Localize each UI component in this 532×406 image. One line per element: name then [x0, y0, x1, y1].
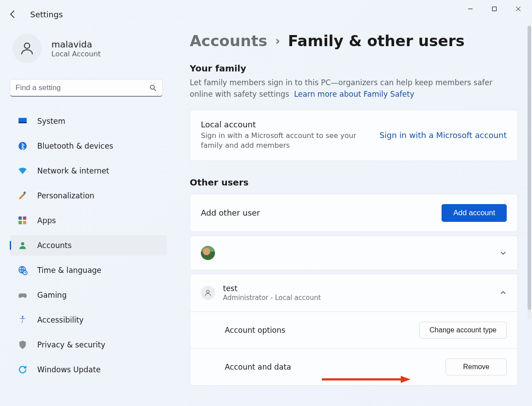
remove-button[interactable]: Remove [446, 359, 507, 375]
change-account-type-button[interactable]: Change account type [419, 322, 507, 339]
nav-item-network[interactable]: Network & internet [10, 161, 167, 181]
nav-item-time[interactable]: Time & language [10, 260, 167, 280]
app-title: Settings [30, 10, 63, 19]
nav-label: Windows Update [37, 365, 101, 374]
user-row-1: test Administrator - Local account Accou… [190, 274, 518, 386]
svg-line-6 [154, 89, 156, 91]
svg-rect-11 [19, 217, 22, 220]
nav-item-personalization[interactable]: Personalization [10, 185, 167, 206]
account-and-data-row: Account and data Remove [190, 348, 517, 385]
account-options-row: Account options Change account type [190, 311, 517, 348]
search-box[interactable] [10, 79, 163, 97]
bluetooth-icon [18, 141, 27, 151]
close-button[interactable] [508, 2, 528, 16]
user-name: test [223, 284, 321, 293]
user-account-type: Local Account [51, 50, 101, 58]
add-account-button[interactable]: Add account [442, 204, 507, 222]
search-icon [149, 84, 157, 92]
user-name: malavida [51, 39, 101, 50]
chevron-right-icon: › [275, 34, 280, 47]
nav-item-update[interactable]: Windows Update [10, 359, 167, 380]
svg-point-5 [150, 85, 154, 89]
breadcrumb: Accounts › Family & other users [190, 32, 518, 50]
nav-item-accessibility[interactable]: Accessibility [10, 310, 167, 330]
brush-icon [18, 191, 27, 201]
card-title: Local account [201, 120, 378, 129]
family-signin-card: Local account Sign in with a Microsoft a… [190, 110, 518, 161]
search-input[interactable] [16, 83, 149, 92]
svg-rect-14 [23, 221, 26, 224]
svg-point-18 [22, 316, 23, 318]
accessibility-icon [18, 315, 27, 325]
update-icon [18, 365, 27, 374]
nav-label: Personalization [37, 191, 94, 200]
current-user[interactable]: malavida Local Account [10, 31, 167, 71]
nav-label: System [37, 117, 65, 126]
nav-label: Network & internet [37, 166, 109, 175]
scrollbar[interactable] [528, 26, 531, 319]
maximize-button[interactable] [484, 2, 505, 16]
nav-item-gaming[interactable]: Gaming [10, 285, 167, 305]
person-icon [18, 240, 27, 250]
shield-icon [18, 340, 27, 350]
app-header: Settings [8, 9, 63, 20]
svg-point-19 [207, 290, 209, 293]
nav-item-bluetooth[interactable]: Bluetooth & devices [10, 136, 167, 156]
add-other-user-row: Add other user Add account [190, 194, 518, 232]
user-row-0[interactable] [190, 236, 518, 270]
svg-rect-13 [19, 221, 22, 224]
section-other-users: Other users [190, 177, 518, 188]
section-your-family-desc: Let family members sign in to this PC—or… [190, 77, 509, 100]
svg-point-9 [19, 142, 27, 150]
scrollbar-thumb[interactable] [528, 26, 531, 310]
add-other-user-label: Add other user [201, 208, 260, 217]
minimize-button[interactable] [460, 2, 481, 16]
user-avatar-icon [201, 246, 215, 260]
wifi-icon [18, 166, 27, 176]
account-and-data-label: Account and data [225, 363, 291, 371]
chevron-down-icon[interactable] [500, 249, 507, 256]
nav-label: Gaming [37, 291, 66, 300]
nav-label: Accessibility [37, 315, 84, 324]
window-controls [460, 0, 532, 16]
gamepad-icon [18, 290, 27, 300]
nav-label: Privacy & security [37, 340, 106, 349]
nav-item-privacy[interactable]: Privacy & security [10, 335, 167, 355]
sign-in-ms-account-link[interactable]: Sign in with a Microsoft account [379, 130, 507, 140]
user-avatar-icon [201, 286, 215, 300]
nav: System Bluetooth & devices Network & int… [10, 111, 167, 380]
chevron-up-icon[interactable] [500, 289, 507, 296]
nav-label: Time & language [37, 266, 102, 275]
svg-rect-1 [493, 7, 497, 11]
user-desc: Administrator - Local account [223, 294, 321, 302]
svg-point-4 [24, 43, 30, 48]
sidebar: malavida Local Account System Bluetooth … [10, 31, 167, 384]
card-subtitle: Sign in with a Microsoft account to see … [201, 131, 378, 151]
globe-clock-icon [18, 265, 27, 275]
nav-label: Bluetooth & devices [37, 142, 113, 150]
user-row-header[interactable]: test Administrator - Local account [190, 274, 517, 311]
user-avatar-icon [12, 34, 42, 63]
apps-icon [18, 216, 27, 225]
breadcrumb-parent[interactable]: Accounts [190, 32, 267, 50]
back-button[interactable] [8, 9, 19, 20]
display-icon [18, 116, 27, 126]
nav-item-apps[interactable]: Apps [10, 210, 167, 231]
account-options-label: Account options [225, 326, 286, 335]
section-your-family: Your family [190, 63, 518, 74]
svg-rect-12 [23, 217, 26, 220]
svg-point-15 [21, 242, 24, 245]
main-content: Accounts › Family & other users Your fam… [190, 32, 518, 386]
breadcrumb-current: Family & other users [288, 32, 465, 50]
svg-rect-8 [19, 122, 27, 123]
nav-label: Accounts [37, 241, 72, 250]
family-safety-link[interactable]: Learn more about Family Safety [294, 90, 414, 99]
nav-label: Apps [37, 216, 56, 225]
nav-item-system[interactable]: System [10, 111, 167, 131]
nav-item-accounts[interactable]: Accounts [10, 235, 167, 256]
